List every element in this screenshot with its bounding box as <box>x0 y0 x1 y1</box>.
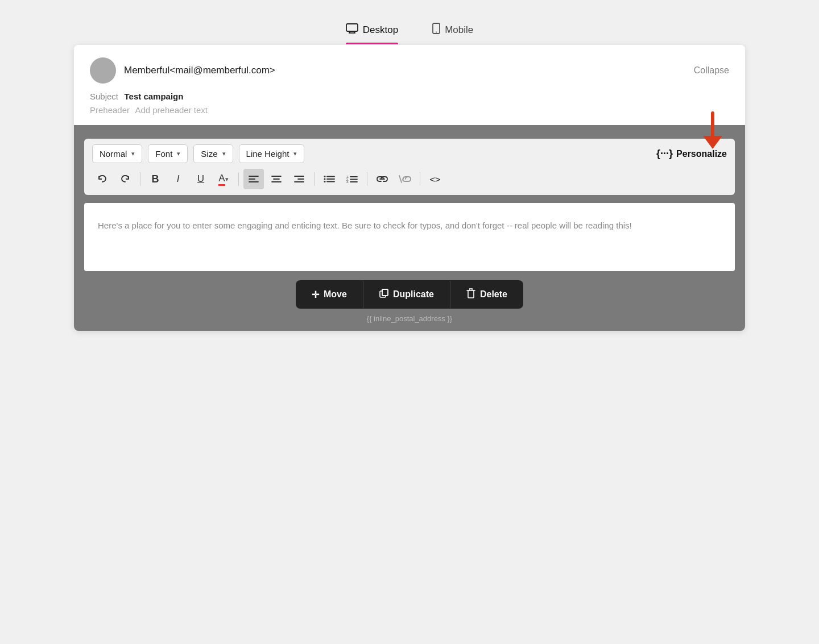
personalize-label: Personalize <box>676 149 727 159</box>
code-button[interactable]: <> <box>425 169 445 189</box>
personalize-icon: {···} <box>656 148 673 160</box>
duplicate-label: Duplicate <box>393 289 434 300</box>
bold-icon: B <box>152 173 159 185</box>
email-from-row: Memberful​ <mail@memberful.com> Collapse <box>90 57 729 84</box>
svg-point-19 <box>324 181 326 182</box>
undo-button[interactable] <box>92 169 113 189</box>
font-color-chevron: ▾ <box>225 176 229 183</box>
unlink-button[interactable] <box>395 169 415 189</box>
duplicate-icon <box>379 289 388 300</box>
line-height-value: Line Height <box>246 149 289 159</box>
subject-value: Test campaign <box>125 92 184 101</box>
content-text: Here's a place for you to enter some eng… <box>98 219 721 232</box>
preheader-value[interactable]: Add preheader text <box>135 105 208 115</box>
page-wrapper: Desktop Mobile Memberful​ <mail@memberfu… <box>0 11 819 331</box>
size-value: Size <box>201 149 217 159</box>
svg-point-5 <box>436 32 437 33</box>
toolbar-bottom: B I U A ▾ <box>92 169 727 189</box>
duplicate-button[interactable]: Duplicate <box>363 281 450 308</box>
tab-mobile-label: Mobile <box>445 24 473 36</box>
move-label: Move <box>324 289 347 300</box>
size-chevron-icon: ▾ <box>222 150 226 157</box>
svg-line-30 <box>399 176 402 182</box>
align-center-button[interactable] <box>266 169 287 189</box>
email-header: Memberful​ <mail@memberful.com> Collapse… <box>74 45 745 125</box>
tab-desktop[interactable]: Desktop <box>346 18 398 44</box>
redo-button[interactable] <box>115 169 135 189</box>
tab-mobile[interactable]: Mobile <box>432 17 473 45</box>
align-left-button[interactable] <box>243 169 264 189</box>
underline-button[interactable]: U <box>191 169 211 189</box>
svg-text:3.: 3. <box>346 180 349 183</box>
font-value: Font <box>155 149 172 159</box>
sender-name: Memberful​ <mail@memberful.com> <box>124 65 275 76</box>
postal-address: {{ inline_postal_address }} <box>367 314 452 323</box>
subject-label: Subject <box>90 92 118 101</box>
preheader-row: Preheader Add preheader text <box>90 105 729 115</box>
svg-marker-7 <box>703 136 722 149</box>
action-bar-wrapper: ✛ Move Duplicate <box>84 271 735 331</box>
tab-bar: Desktop Mobile <box>346 17 473 45</box>
move-button[interactable]: ✛ Move <box>296 281 363 308</box>
preheader-label: Preheader <box>90 105 130 115</box>
align-right-button[interactable] <box>289 169 309 189</box>
italic-icon: I <box>177 173 180 185</box>
bold-button[interactable]: B <box>145 169 166 189</box>
link-button[interactable] <box>372 169 392 189</box>
svg-point-18 <box>324 178 326 180</box>
font-chevron-icon: ▾ <box>177 150 180 157</box>
delete-button[interactable]: Delete <box>450 280 523 309</box>
separator-3 <box>314 172 315 186</box>
collapse-button[interactable]: Collapse <box>694 65 729 76</box>
format-chevron-icon: ▾ <box>131 150 135 157</box>
line-height-select[interactable]: Line Height ▾ <box>239 144 305 163</box>
subject-row: Subject Test campaign <box>90 92 729 102</box>
svg-rect-32 <box>382 289 388 296</box>
format-value: Normal <box>100 149 127 159</box>
sender-avatar <box>90 57 116 84</box>
separator-5 <box>420 172 420 186</box>
separator-2 <box>238 172 239 186</box>
unordered-list-button[interactable] <box>319 169 340 189</box>
font-color-icon: A <box>218 173 225 186</box>
underline-icon: U <box>197 173 204 185</box>
separator-1 <box>140 172 140 186</box>
editor-area: Normal ▾ Font ▾ Size ▾ Lin <box>74 125 745 331</box>
format-select[interactable]: Normal ▾ <box>92 144 142 163</box>
toolbar: Normal ▾ Font ▾ Size ▾ Lin <box>84 139 735 195</box>
code-icon: <> <box>429 174 440 185</box>
desktop-icon <box>346 23 358 36</box>
main-card: Memberful​ <mail@memberful.com> Collapse… <box>74 45 745 331</box>
ordered-list-button[interactable]: 1. 2. 3. <box>342 169 362 189</box>
toolbar-top: Normal ▾ Font ▾ Size ▾ Lin <box>92 144 727 163</box>
move-icon: ✛ <box>312 289 319 300</box>
italic-button[interactable]: I <box>168 169 188 189</box>
content-area[interactable]: Here's a place for you to enter some eng… <box>84 203 735 271</box>
line-height-chevron-icon: ▾ <box>293 150 297 157</box>
email-from-left: Memberful​ <mail@memberful.com> <box>90 57 275 84</box>
svg-point-17 <box>324 176 326 177</box>
action-bar: ✛ Move Duplicate <box>296 280 523 309</box>
svg-rect-0 <box>346 24 358 31</box>
delete-label: Delete <box>480 289 507 300</box>
tab-desktop-label: Desktop <box>363 24 398 36</box>
font-select[interactable]: Font ▾ <box>148 144 188 163</box>
arrow-indicator <box>698 110 727 150</box>
delete-icon <box>466 288 475 301</box>
size-select[interactable]: Size ▾ <box>193 144 233 163</box>
mobile-icon <box>432 23 440 37</box>
separator-4 <box>367 172 367 186</box>
font-color-button[interactable]: A ▾ <box>213 169 234 189</box>
